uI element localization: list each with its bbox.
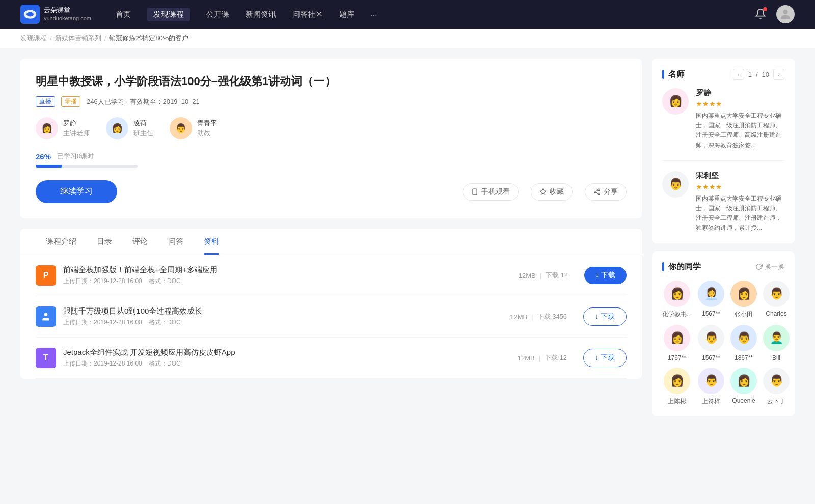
svg-line-10 xyxy=(596,190,598,191)
classmate-avatar-3: 👨 xyxy=(763,281,790,307)
classmate-avatar-0: 👩 xyxy=(664,281,690,307)
badge-live: 直播 xyxy=(36,96,55,107)
tab-review[interactable]: 评论 xyxy=(122,229,158,255)
classmate-11: 👨 云下丁 xyxy=(763,368,790,406)
file-info-1: 跟随千万级项目从0到100全过程高效成长 上传日期：2019-12-28 16:… xyxy=(63,306,494,327)
page-current: 1 xyxy=(748,71,752,78)
breadcrumb-series[interactable]: 新媒体营销系列 xyxy=(55,34,101,43)
classmate-1: 👩‍💼 1567** xyxy=(698,281,724,319)
classmate-6: 👨 1867** xyxy=(730,325,757,361)
tab-intro[interactable]: 课程介绍 xyxy=(36,229,87,255)
logo-text: 云朵课堂yunduoketang.com xyxy=(44,6,91,22)
teacher-stars-1: ★★★★ xyxy=(696,183,784,191)
teacher-avatar-2: 👨 xyxy=(170,117,192,139)
logo[interactable]: 云朵课堂yunduoketang.com xyxy=(20,5,91,24)
file-item-0: P 前端全栈加强版！前端全栈+全周期+多端应用 上传日期：2019-12-28 … xyxy=(36,255,627,296)
nav-qa[interactable]: 问答社区 xyxy=(292,8,323,21)
file-info-2: Jetpack全组件实战 开发短视频应用高仿皮皮虾App 上传日期：2019-1… xyxy=(63,348,501,368)
classmate-avatar-2: 👩 xyxy=(730,281,757,307)
classmate-name-6: 1867** xyxy=(730,354,757,361)
breadcrumb-discover[interactable]: 发现课程 xyxy=(20,34,47,43)
progress-bar-bg xyxy=(36,165,138,168)
classmates-header: 你的同学 换一换 xyxy=(662,262,784,272)
user-avatar[interactable] xyxy=(776,5,795,23)
nav-open[interactable]: 公开课 xyxy=(206,8,229,21)
file-meta-1: 上传日期：2019-12-28 16:00 格式：DOC xyxy=(63,318,494,327)
download-button-0[interactable]: ↓ 下载 xyxy=(584,267,627,284)
classmate-name-0: 化学教书... xyxy=(662,310,692,319)
prev-page-button[interactable]: ‹ xyxy=(733,69,744,80)
classmate-2: 👩 张小田 xyxy=(730,281,757,319)
classmate-avatar-8: 👩 xyxy=(664,368,690,394)
classmate-avatar-9: 👨 xyxy=(698,368,724,394)
file-item-2: T Jetpack全组件实战 开发短视频应用高仿皮皮虾App 上传日期：2019… xyxy=(36,338,627,379)
teachers-list: 👩 罗静 主讲老师 👩 凌荷 班主任 👨 青青平 xyxy=(36,117,627,139)
share-button[interactable]: 分享 xyxy=(585,183,627,201)
progress-bar-fill xyxy=(36,165,62,168)
file-icon-1 xyxy=(36,306,56,327)
classmate-name-7: Bill xyxy=(763,354,790,361)
breadcrumb: 发现课程 / 新媒体营销系列 / 销冠修炼术搞定80%的客户 xyxy=(0,29,815,48)
download-button-2[interactable]: ↓ 下载 xyxy=(583,349,627,367)
notification-dot xyxy=(763,7,767,11)
progress-label: 26% 已学习0课时 xyxy=(36,152,627,161)
classmate-avatar-7: 👨‍🦱 xyxy=(763,325,790,351)
teacher-name-0: 罗静 xyxy=(63,119,90,128)
collect-button[interactable]: 收藏 xyxy=(531,183,573,201)
classmate-avatar-10: 👩 xyxy=(730,368,757,394)
teacher-role-0: 主讲老师 xyxy=(63,129,90,138)
svg-point-1 xyxy=(26,12,34,17)
main-layout: 明星中教授课，小学阶段语法100分–强化级第1讲动词（一） 直播 录播 246人… xyxy=(0,48,815,434)
nav-home[interactable]: 首页 xyxy=(116,8,131,21)
content-area: 明星中教授课，小学阶段语法100分–强化级第1讲动词（一） 直播 录播 246人… xyxy=(20,59,642,424)
classmate-4: 👩 1767** xyxy=(662,325,692,361)
file-info-0: 前端全栈加强版！前端全栈+全周期+多端应用 上传日期：2019-12-28 16… xyxy=(63,265,502,286)
classmate-3: 👨 Charles xyxy=(763,281,790,319)
file-name-0: 前端全栈加强版！前端全栈+全周期+多端应用 xyxy=(63,265,502,275)
teacher-card-avatar-1: 👨 xyxy=(662,171,689,198)
tab-qa[interactable]: 问答 xyxy=(158,229,194,255)
file-stats-0: 12MB | 下载 12 xyxy=(519,271,568,280)
nav-question-bank[interactable]: 题库 xyxy=(339,8,355,21)
teacher-role-2: 助教 xyxy=(197,129,217,138)
file-item-1: 跟随千万级项目从0到100全过程高效成长 上传日期：2019-12-28 16:… xyxy=(36,296,627,338)
classmate-avatar-1: 👩‍💼 xyxy=(698,281,724,307)
classmate-name-2: 张小田 xyxy=(730,310,757,319)
tab-material[interactable]: 资料 xyxy=(194,229,229,255)
teacher-desc-0: 国内某重点大学安全工程专业硕士，国家一级注册消防工程师、注册安全工程师、高级注册… xyxy=(696,111,784,150)
svg-point-6 xyxy=(598,189,600,191)
classmate-name-11: 云下丁 xyxy=(763,397,790,406)
teacher-role-1: 班主任 xyxy=(133,129,153,138)
course-stats: 246人已学习 · 有效期至：2019–10–21 xyxy=(87,97,200,106)
file-stats-1: 12MB | 下载 3456 xyxy=(510,312,567,321)
nav-news[interactable]: 新闻资讯 xyxy=(246,8,276,21)
download-button-1[interactable]: ↓ 下载 xyxy=(583,307,627,326)
file-icon-0: P xyxy=(36,265,56,286)
mobile-watch-button[interactable]: 手机观看 xyxy=(463,183,519,201)
svg-point-11 xyxy=(44,313,48,317)
refresh-button[interactable]: 换一换 xyxy=(755,262,784,271)
classmates-title: 你的同学 xyxy=(668,262,701,272)
teacher-item-0: 👩 罗静 主讲老师 xyxy=(36,117,90,139)
tabs-section: 课程介绍 目录 评论 问答 资料 P 前端全栈加强版！前端全栈+全周期+多端应用… xyxy=(20,229,642,379)
svg-point-2 xyxy=(783,10,787,14)
classmate-avatar-4: 👩 xyxy=(664,325,690,351)
file-name-2: Jetpack全组件实战 开发短视频应用高仿皮皮虾App xyxy=(63,348,501,357)
classmate-name-9: 上符梓 xyxy=(698,397,724,406)
continue-button[interactable]: 继续学习 xyxy=(36,180,117,203)
classmate-name-4: 1767** xyxy=(662,354,692,361)
nav-more[interactable]: ··· xyxy=(371,8,377,21)
next-page-button[interactable]: › xyxy=(773,69,784,80)
file-stats-2: 12MB | 下载 12 xyxy=(518,353,567,362)
classmate-8: 👩 上陈彬 xyxy=(662,368,692,406)
tab-catalog[interactable]: 目录 xyxy=(87,229,122,255)
teacher-card-0: 👩 罗静 ★★★★ 国内某重点大学安全工程专业硕士，国家一级注册消防工程师、注册… xyxy=(662,88,784,161)
notification-bell[interactable] xyxy=(755,8,766,21)
classmate-name-1: 1567** xyxy=(698,310,724,317)
teacher-avatar-0: 👩 xyxy=(36,117,58,139)
teacher-pagination: ‹ 1 / 10 › xyxy=(733,69,784,80)
teacher-stars-0: ★★★★ xyxy=(696,100,784,108)
course-card: 明星中教授课，小学阶段语法100分–强化级第1讲动词（一） 直播 录播 246人… xyxy=(20,59,642,218)
course-actions: 继续学习 手机观看 收藏 分享 xyxy=(36,180,627,203)
nav-discover[interactable]: 发现课程 xyxy=(147,8,190,21)
